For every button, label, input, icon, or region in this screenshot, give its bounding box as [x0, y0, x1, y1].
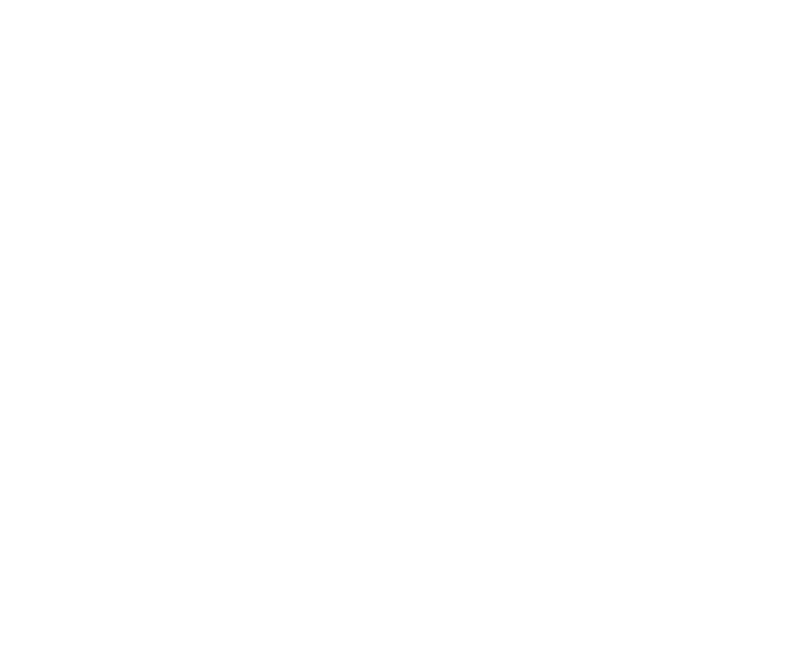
connections-svg [0, 0, 801, 672]
